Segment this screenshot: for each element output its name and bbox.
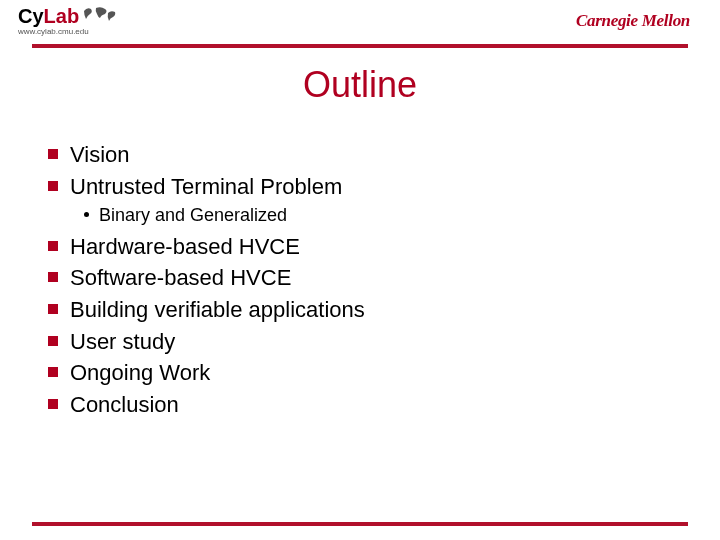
bullet-text: Conclusion [70, 390, 179, 420]
slide-content: Vision Untrusted Terminal Problem Binary… [48, 140, 672, 422]
slide-title: Outline [0, 64, 720, 106]
bullet-text: Building verifiable applications [70, 295, 365, 325]
bullet-item: Building verifiable applications [48, 295, 672, 325]
bullet-text: Hardware-based HVCE [70, 232, 300, 262]
sub-bullet-text: Binary and Generalized [99, 203, 287, 227]
carnegie-mellon-wordmark: Carnegie Mellon [576, 11, 690, 31]
top-divider [32, 44, 688, 48]
square-bullet-icon [48, 367, 58, 377]
square-bullet-icon [48, 272, 58, 282]
square-bullet-icon [48, 399, 58, 409]
square-bullet-icon [48, 149, 58, 159]
bullet-text: Vision [70, 140, 130, 170]
bullet-item: Software-based HVCE [48, 263, 672, 293]
cylab-logo: CyLab www.cylab.cmu.edu [18, 6, 117, 36]
bullet-item: Conclusion [48, 390, 672, 420]
cylab-logo-text: CyLab [18, 6, 117, 26]
square-bullet-icon [48, 181, 58, 191]
logo-lab: Lab [44, 5, 80, 27]
square-bullet-icon [48, 241, 58, 251]
sub-bullet-item: Binary and Generalized [84, 203, 672, 227]
bullet-text: Ongoing Work [70, 358, 210, 388]
bullet-text: User study [70, 327, 175, 357]
bullet-text: Software-based HVCE [70, 263, 291, 293]
header-bar: CyLab www.cylab.cmu.edu Carnegie Mellon [0, 0, 720, 42]
cylab-url: www.cylab.cmu.edu [18, 28, 117, 36]
bullet-item: Vision [48, 140, 672, 170]
bullet-item: Hardware-based HVCE [48, 232, 672, 262]
bullet-item: Ongoing Work [48, 358, 672, 388]
bullet-item: Untrusted Terminal Problem [48, 172, 672, 202]
square-bullet-icon [48, 336, 58, 346]
dot-bullet-icon [84, 212, 89, 217]
slide: CyLab www.cylab.cmu.edu Carnegie Mellon … [0, 0, 720, 540]
logo-cy: Cy [18, 5, 44, 27]
world-map-icon [83, 6, 117, 24]
bullet-item: User study [48, 327, 672, 357]
bullet-text: Untrusted Terminal Problem [70, 172, 342, 202]
bottom-divider [32, 522, 688, 526]
square-bullet-icon [48, 304, 58, 314]
